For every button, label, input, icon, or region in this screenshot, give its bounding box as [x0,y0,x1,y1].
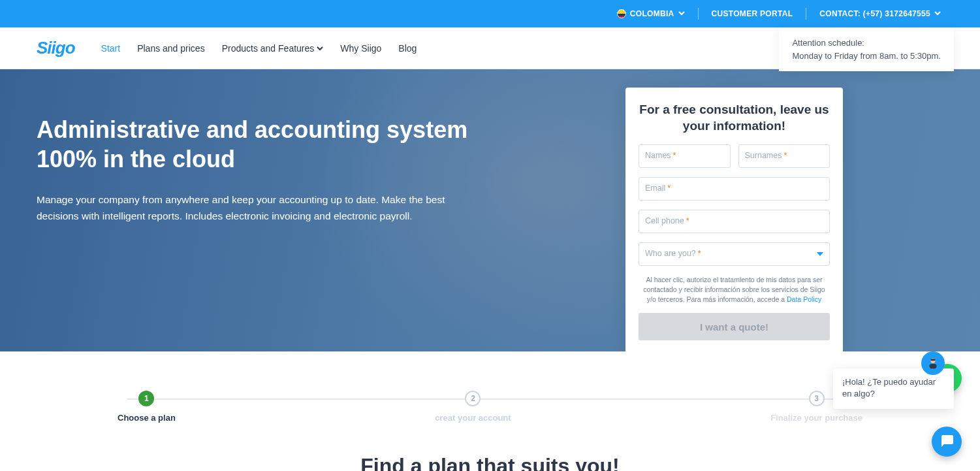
form-heading: For a free consultation, leave us your i… [639,102,830,134]
hero-section: Administrative and accounting system 100… [0,69,980,351]
chat-icon [939,432,955,451]
schedule-popover: Attention schedule: Monday to Friday fro… [779,27,954,71]
nav-products-label: Products and Features [222,43,315,54]
nav-plans-prices[interactable]: Plans and prices [137,43,205,54]
chat-avatar-icon [921,351,945,375]
hero-subtitle: Manage your company from anywhere and ke… [37,192,473,225]
svg-rect-3 [930,359,935,361]
hero-content: Administrative and accounting system 100… [0,69,509,270]
chevron-down-icon [317,43,323,54]
step-2-number: 2 [465,391,481,406]
email-input[interactable] [639,177,830,201]
step-1-number: 1 [138,391,154,406]
contact-label: CONTACT: (+57) 3172647555 [819,9,930,18]
step-2[interactable]: 2 creat your account [435,391,511,423]
chevron-down-icon [678,9,685,18]
step-1-label: Choose a plan [118,413,176,423]
who-are-you-select[interactable] [639,242,830,266]
chat-launcher-button[interactable] [932,427,962,457]
data-policy-link[interactable]: Data Policy [787,295,821,303]
cellphone-input[interactable] [639,210,830,233]
legal-text: Al hacer clic, autorizo el tratamiento d… [639,275,830,304]
nav-why-siigo[interactable]: Why Siigo [340,43,381,54]
schedule-line1: Attention schedule: [792,37,941,50]
nav-start[interactable]: Start [101,43,121,54]
country-label: COLOMBIA [630,9,674,18]
customer-portal-label: CUSTOMER PORTAL [712,9,793,18]
plans-heading: Find a plan that suits you! [0,454,980,471]
step-2-label: creat your account [435,413,511,423]
consultation-form: For a free consultation, leave us your i… [625,88,843,351]
surnames-input[interactable] [738,144,830,168]
country-selector[interactable]: COLOMBIA [604,9,698,18]
nav-blog[interactable]: Blog [398,43,417,54]
step-3-number: 3 [809,391,825,406]
svg-rect-2 [930,364,937,368]
flag-colombia-icon [617,9,626,18]
contact-dropdown[interactable]: CONTACT: (+57) 3172647555 [806,9,954,18]
names-input[interactable] [639,144,731,168]
step-1[interactable]: 1 Choose a plan [118,391,176,423]
hero-title: Administrative and accounting system 100… [37,115,473,174]
step-3-label: Finalize your purchase [770,413,862,423]
chevron-down-icon [934,9,941,18]
customer-portal-link[interactable]: CUSTOMER PORTAL [699,9,806,18]
quote-button[interactable]: I want a quote! [639,313,830,340]
logo[interactable]: Siigo [37,38,75,58]
schedule-line2: Monday to Friday from 8am. to 5:30pm. [792,50,941,63]
chat-greeting-text: ¡Hola! ¿Te puedo ayudar en algo? [842,377,936,398]
top-bar: COLOMBIA CUSTOMER PORTAL CONTACT: (+57) … [0,0,980,27]
nav-products-features[interactable]: Products and Features [222,43,324,54]
chat-greeting-bubble[interactable]: ¡Hola! ¿Te puedo ayudar en algo? [833,368,954,409]
